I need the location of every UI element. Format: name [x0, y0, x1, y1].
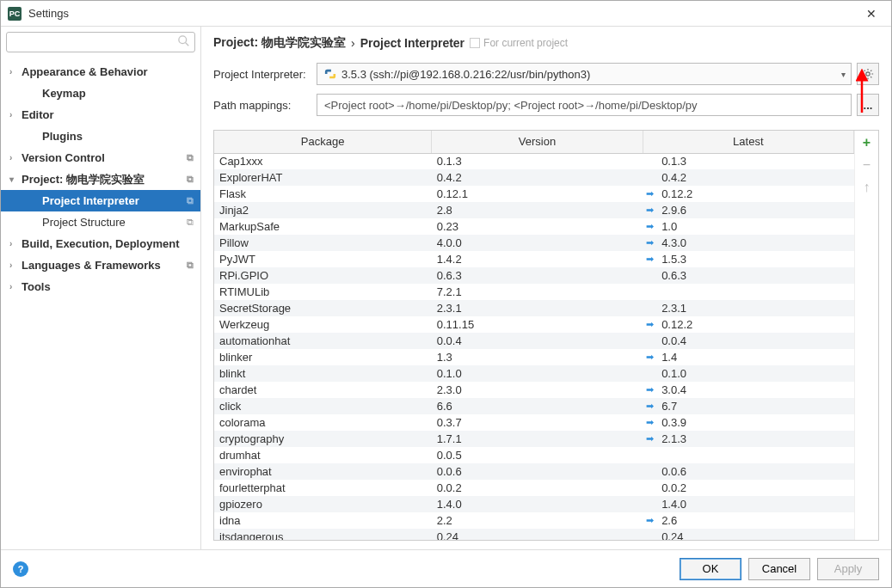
cancel-button[interactable]: Cancel — [748, 558, 810, 580]
upgrade-arrow-icon: ➡ — [646, 319, 654, 330]
package-name: fourletterphat — [214, 480, 432, 496]
package-version: 6.6 — [432, 398, 643, 414]
close-icon[interactable]: ✕ — [858, 1, 884, 27]
table-row[interactable]: blinkt0.1.00.1.0 — [214, 365, 854, 382]
package-version: 2.8 — [432, 202, 643, 218]
package-latest: 0.0.4 — [643, 333, 853, 349]
table-row[interactable]: click6.6➡6.7 — [214, 398, 854, 414]
apply-button[interactable]: Apply — [817, 558, 879, 580]
gear-button[interactable] — [857, 63, 879, 85]
package-latest-value: 0.1.0 — [661, 367, 686, 380]
table-row[interactable]: drumhat0.0.5 — [214, 447, 854, 463]
packages-table-scroll[interactable]: Package Version Latest Cap1xxx0.1.30.1.3… — [214, 131, 854, 540]
sidebar-item-label: Keymap — [42, 87, 86, 100]
table-row[interactable]: automationhat0.0.40.0.4 — [214, 333, 854, 349]
table-row[interactable]: RTIMULib7.2.1 — [214, 284, 854, 300]
sidebar-item-version-control[interactable]: ›Version Control⧉ — [1, 147, 200, 168]
table-row[interactable]: Flask0.12.1➡0.12.2 — [214, 186, 854, 202]
table-row[interactable]: Werkzeug0.11.15➡0.12.2 — [214, 316, 854, 333]
package-latest: ➡0.12.2 — [643, 316, 853, 333]
sidebar-item-appearance-behavior[interactable]: ›Appearance & Behavior — [1, 61, 200, 83]
sidebar-item-tools[interactable]: ›Tools — [1, 276, 200, 297]
table-row[interactable]: colorama0.3.7➡0.3.9 — [214, 414, 854, 431]
sidebar-item-label: Project Interpreter — [42, 194, 139, 207]
table-row[interactable]: PyJWT1.4.2➡1.5.3 — [214, 251, 854, 267]
col-package[interactable]: Package — [214, 131, 432, 153]
ok-button[interactable]: OK — [680, 558, 741, 580]
add-package-button[interactable]: + — [858, 134, 876, 151]
path-mappings-input[interactable]: <Project root>→/home/pi/Desktop/py; <Pro… — [317, 94, 852, 116]
path-mappings-browse-button[interactable]: ... — [857, 94, 879, 116]
upgrade-arrow-icon: ➡ — [646, 188, 654, 199]
upgrade-arrow-icon: ➡ — [646, 417, 654, 428]
table-row[interactable]: blinker1.3➡1.4 — [214, 349, 854, 365]
col-version[interactable]: Version — [432, 131, 643, 153]
package-name: Cap1xxx — [214, 153, 432, 169]
search-icon — [178, 35, 190, 47]
sidebar-item-editor[interactable]: ›Editor — [1, 104, 200, 126]
interpreter-select[interactable]: 3.5.3 (ssh://pi@192.168.0.216:22/usr/bin… — [317, 63, 852, 85]
package-version: 1.4.2 — [432, 251, 643, 267]
package-version: 0.0.2 — [432, 480, 643, 496]
sidebar-item-project-interpreter[interactable]: Project Interpreter⧉ — [1, 190, 200, 211]
table-row[interactable]: fourletterphat0.0.20.0.2 — [214, 480, 854, 496]
package-version: 0.11.15 — [432, 316, 643, 333]
table-row[interactable]: Pillow4.0.0➡4.3.0 — [214, 235, 854, 251]
project-scope-icon: ⧉ — [187, 174, 194, 185]
package-latest-value: 0.12.2 — [661, 318, 692, 331]
project-scope-icon: ⧉ — [187, 217, 194, 228]
package-name: Flask — [214, 186, 432, 202]
col-latest[interactable]: Latest — [643, 131, 853, 153]
package-latest: ➡4.3.0 — [643, 235, 853, 251]
copy-icon — [470, 38, 480, 48]
search-input[interactable] — [6, 32, 195, 52]
dialog-body: ›Appearance & BehaviorKeymap›EditorPlugi… — [1, 27, 891, 549]
table-row[interactable]: Jinja22.8➡2.9.6 — [214, 202, 854, 218]
sidebar-item-project[interactable]: ▾Project: 物电学院实验室⧉ — [1, 168, 200, 190]
project-scope-icon: ⧉ — [187, 195, 194, 206]
package-latest-value: 3.0.4 — [661, 383, 686, 396]
settings-tree[interactable]: ›Appearance & BehaviorKeymap›EditorPlugi… — [1, 58, 200, 549]
package-name: drumhat — [214, 447, 432, 463]
sidebar-item-languages-frameworks[interactable]: ›Languages & Frameworks⧉ — [1, 254, 200, 276]
table-row[interactable]: RPi.GPIO0.6.30.6.3 — [214, 267, 854, 284]
table-row[interactable]: MarkupSafe0.23➡1.0 — [214, 218, 854, 235]
chevron-down-icon: ▾ — [9, 175, 18, 184]
package-latest-value: 1.0 — [661, 220, 677, 233]
table-row[interactable]: cryptography1.7.1➡2.1.3 — [214, 431, 854, 447]
table-row[interactable]: Cap1xxx0.1.30.1.3 — [214, 153, 854, 169]
table-row[interactable]: chardet2.3.0➡3.0.4 — [214, 382, 854, 398]
package-latest: 1.4.0 — [643, 496, 853, 512]
table-row[interactable]: envirophat0.0.60.0.6 — [214, 463, 854, 480]
sidebar-item-keymap[interactable]: Keymap — [1, 83, 200, 104]
package-version: 0.12.1 — [432, 186, 643, 202]
help-button[interactable]: ? — [13, 561, 28, 577]
table-row[interactable]: SecretStorage2.3.12.3.1 — [214, 300, 854, 316]
table-row[interactable]: ExplorerHAT0.4.20.4.2 — [214, 169, 854, 186]
package-latest: 0.6.3 — [643, 267, 853, 284]
package-latest-value: 0.0.2 — [661, 481, 686, 494]
table-row[interactable]: gpiozero1.4.01.4.0 — [214, 496, 854, 512]
upgrade-arrow-icon: ➡ — [646, 515, 654, 526]
breadcrumb-project: Project: 物电学院实验室 — [213, 35, 346, 51]
breadcrumb: Project: 物电学院实验室 › Project Interpreter F… — [213, 35, 879, 51]
upgrade-arrow-icon: ➡ — [646, 237, 654, 248]
table-row[interactable]: idna2.2➡2.6 — [214, 512, 854, 529]
sidebar-item-project-structure[interactable]: Project Structure⧉ — [1, 211, 200, 233]
table-row[interactable]: itsdangerous0.240.24 — [214, 529, 854, 540]
breadcrumb-hint-text: For current project — [483, 37, 568, 49]
package-latest: ➡2.9.6 — [643, 202, 853, 218]
interpreter-value: 3.5.3 (ssh://pi@192.168.0.216:22/usr/bin… — [341, 68, 590, 81]
package-latest-value: 1.5.3 — [661, 253, 686, 266]
sidebar-item-plugins[interactable]: Plugins — [1, 126, 200, 147]
package-version: 2.2 — [432, 512, 643, 529]
chevron-right-icon: › — [9, 239, 18, 248]
package-latest: ➡0.3.9 — [643, 414, 853, 431]
sidebar-item-build-execution-deployment[interactable]: ›Build, Execution, Deployment — [1, 233, 200, 254]
sidebar: ›Appearance & BehaviorKeymap›EditorPlugi… — [1, 27, 201, 549]
chevron-right-icon: › — [9, 282, 18, 291]
path-mappings-value: <Project root>→/home/pi/Desktop/py; <Pro… — [324, 99, 698, 112]
chevron-right-icon: › — [9, 110, 18, 119]
package-version: 2.3.0 — [432, 382, 643, 398]
package-version: 2.3.1 — [432, 300, 643, 316]
